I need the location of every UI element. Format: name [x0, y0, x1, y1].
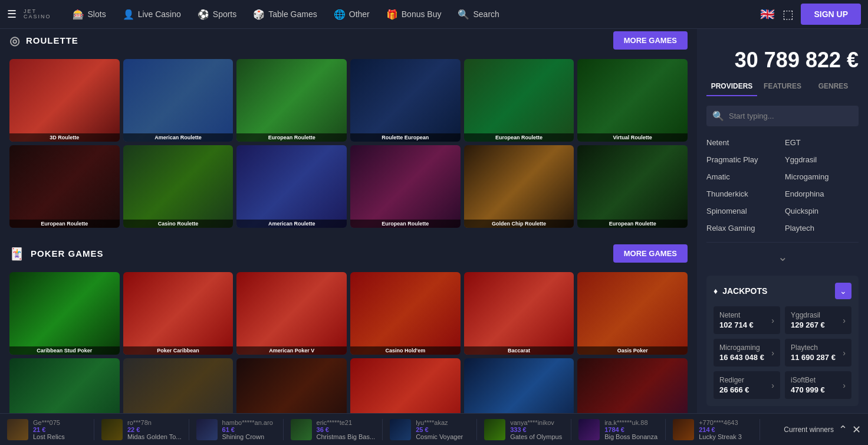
content-area: ◎ ROULETTE MORE GAMES 3D Roulette Americ…: [0, 29, 697, 445]
jackpot-arrow[interactable]: ›: [843, 381, 846, 390]
game-thumb[interactable]: American Roulette: [123, 59, 234, 142]
provider-item-pragmatic[interactable]: Pragmatic Play: [706, 153, 780, 166]
diamond-icon: ♦: [714, 286, 718, 296]
nav-item-search[interactable]: 🔍 Search: [451, 5, 506, 24]
poker-more-games-button[interactable]: MORE GAMES: [613, 244, 688, 263]
tab-features[interactable]: FEATURES: [757, 77, 808, 96]
jackpot-item-playtech: Playtech 11 690 287 € ›: [785, 339, 851, 367]
game-thumb[interactable]: Oasis Poker: [577, 272, 688, 355]
game-thumb[interactable]: American Roulette: [236, 145, 347, 228]
roulette-more-games-button[interactable]: MORE GAMES: [613, 31, 688, 50]
provider-item-spinomenal[interactable]: Spinomenal: [706, 204, 780, 218]
roulette-game-grid: 3D Roulette American Roulette European R…: [9, 59, 688, 228]
provider-item-netent[interactable]: Netent: [706, 136, 780, 149]
provider-divider: [706, 242, 859, 243]
ticker-thumb: [390, 419, 411, 440]
tab-providers[interactable]: PROVIDERS: [706, 77, 757, 96]
ticker-item: vanya****inikov 333 € Gates of Olympus: [477, 419, 571, 440]
game-thumb[interactable]: Golden Chip Roulette: [464, 145, 574, 228]
search-icon: 🔍: [712, 110, 724, 122]
poker-icon: 🃏: [9, 247, 25, 261]
hamburger-menu[interactable]: ☰: [7, 8, 17, 21]
game-thumb[interactable]: European Roulette: [464, 59, 574, 142]
game-thumb[interactable]: 3D Roulette: [9, 59, 120, 142]
ticker-right: Current winners ⌃ ✕: [777, 423, 868, 436]
exit-icon[interactable]: ⬚: [782, 7, 794, 21]
ticker-thumb: [484, 419, 505, 440]
provider-item-egt[interactable]: EGT: [785, 136, 859, 149]
other-icon: 🌐: [334, 9, 346, 20]
jackpot-arrow[interactable]: ›: [771, 381, 774, 390]
ticker-thumb: [291, 419, 312, 440]
jackpot-item-netent: Netent 102 714 € ›: [714, 306, 780, 334]
game-thumb[interactable]: European Roulette: [9, 145, 120, 228]
nav-item-live-casino[interactable]: 👤 Live Casino: [116, 5, 188, 24]
signup-button[interactable]: SIGN UP: [801, 4, 861, 25]
ticker-chevron-button[interactable]: ⌃: [839, 423, 847, 436]
jackpots-section: ♦ JACKPOTS ⌄ Netent 102 714 € › Yggdrasi…: [706, 276, 859, 406]
provider-item-quickspin[interactable]: Quickspin: [785, 204, 859, 218]
search-nav-icon: 🔍: [458, 9, 469, 20]
game-thumb[interactable]: Caribbean Stud Poker: [9, 272, 120, 355]
jackpot-arrow[interactable]: ›: [843, 316, 846, 325]
game-thumb[interactable]: American Poker V: [236, 272, 347, 355]
game-thumb[interactable]: European Roulette: [236, 59, 347, 142]
bonus-buy-icon: 🎁: [386, 9, 398, 20]
provider-item-playtech[interactable]: Playtech: [785, 221, 859, 235]
main-layout: ◎ ROULETTE MORE GAMES 3D Roulette Americ…: [0, 29, 868, 445]
navbar: ☰ JET CASINO 🎰 Slots 👤 Live Casino ⚽ Spo…: [0, 0, 868, 29]
current-winners-label: Current winners: [784, 426, 834, 434]
jackpot-arrow[interactable]: ›: [771, 348, 774, 358]
provider-search-box[interactable]: 🔍: [706, 106, 859, 126]
game-thumb[interactable]: Casino Hold'em: [350, 272, 461, 355]
provider-item-microgaming[interactable]: Microgaming: [785, 170, 859, 184]
jackpot-item-yggdrasil: Yggdrasil 129 267 € ›: [785, 306, 851, 334]
roulette-icon: ◎: [9, 34, 20, 48]
nav-item-bonus-buy[interactable]: 🎁 Bonus Buy: [379, 5, 449, 24]
ticker-item: lyu****akaz 25 € Cosmic Voyager: [383, 419, 477, 440]
nav-item-table-games[interactable]: 🎲 Table Games: [246, 5, 324, 24]
provider-search-input[interactable]: [729, 112, 853, 120]
logo: JET CASINO: [24, 9, 51, 19]
live-casino-icon: 👤: [123, 9, 134, 20]
game-thumb[interactable]: Roulette European: [350, 59, 461, 142]
provider-item-endorphina[interactable]: Endorphina: [785, 187, 859, 201]
poker-header: 🃏 POKER GAMES MORE GAMES: [9, 242, 688, 265]
game-thumb[interactable]: European Roulette: [577, 145, 688, 228]
poker-title: 🃏 POKER GAMES: [9, 247, 104, 261]
jackpots-toggle-button[interactable]: ⌄: [835, 283, 851, 299]
ticker-item: Ge***075 21 € Lost Relics: [0, 419, 94, 440]
game-thumb[interactable]: Virtual Roulette: [577, 59, 688, 142]
jackpot-arrow[interactable]: ›: [843, 348, 846, 358]
roulette-header: ◎ ROULETTE MORE GAMES: [9, 29, 688, 52]
ticker-close-button[interactable]: ✕: [852, 423, 861, 436]
ticker-thumb: [196, 419, 218, 440]
game-thumb[interactable]: Baccarat: [464, 272, 574, 355]
language-flag[interactable]: 🇬🇧: [759, 8, 775, 20]
nav-item-other[interactable]: 🌐 Other: [327, 5, 377, 24]
nav-item-sports[interactable]: ⚽ Sports: [190, 5, 244, 24]
tab-genres[interactable]: GENRES: [808, 77, 859, 96]
roulette-section: ◎ ROULETTE MORE GAMES 3D Roulette Americ…: [9, 29, 688, 228]
provider-item-thunderkick[interactable]: Thunderkick: [706, 187, 780, 201]
game-thumb[interactable]: European Roulette: [350, 145, 461, 228]
ticker-thumb: [578, 419, 600, 440]
jackpot-arrow[interactable]: ›: [771, 316, 774, 325]
jackpot-item-rediger: Rediger 26 666 € ›: [714, 371, 780, 399]
provider-item-yggdrasil[interactable]: Yggdrasil: [785, 153, 859, 166]
nav-item-slots[interactable]: 🎰 Slots: [65, 5, 113, 24]
game-thumb[interactable]: Casino Roulette: [123, 145, 234, 228]
bottom-ticker: Ge***075 21 € Lost Relics ro***78n 22 € …: [0, 413, 868, 445]
sidebar: 30 789 822 € PROVIDERS FEATURES GENRES 🔍…: [697, 29, 868, 445]
provider-item-amatic[interactable]: Amatic: [706, 170, 780, 184]
ticker-thumb: [7, 419, 28, 440]
show-more-providers-button[interactable]: ⌄: [706, 247, 859, 266]
ticker-item: ira.k******uk.88 1784 € Big Boss Bonanza: [571, 419, 666, 440]
ticker-item: +770****4643 214 € Lucky Streak 3: [666, 419, 760, 440]
game-thumb[interactable]: Poker Caribbean: [123, 272, 234, 355]
ticker-thumb: [673, 419, 694, 440]
provider-item-relax[interactable]: Relax Gaming: [706, 221, 780, 235]
jackpot-grid: Netent 102 714 € › Yggdrasil 129 267 € ›…: [714, 306, 851, 399]
provider-grid: Netent EGT Pragmatic Play Yggdrasil Amat…: [706, 136, 859, 235]
slots-icon: 🎰: [73, 9, 84, 20]
